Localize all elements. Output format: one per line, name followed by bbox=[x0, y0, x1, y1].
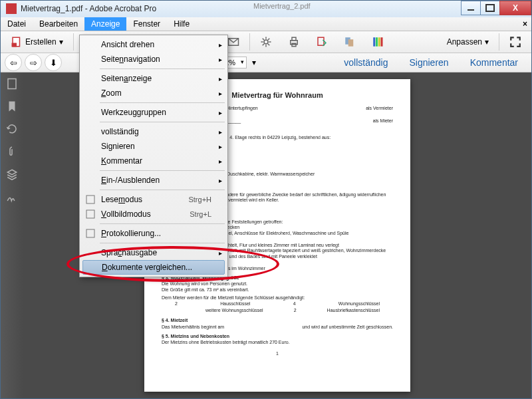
window-buttons: X bbox=[462, 1, 531, 15]
undo-icon[interactable] bbox=[6, 123, 18, 135]
toolbar-sep bbox=[249, 33, 250, 51]
color-bars-icon bbox=[372, 36, 384, 48]
menu-separator bbox=[100, 190, 225, 190]
attachments-icon[interactable] bbox=[6, 146, 18, 158]
titlebar[interactable]: Mietvertrag_1.pdf - Adobe Acrobat Pro Mi… bbox=[1, 1, 531, 17]
close-button[interactable]: X bbox=[499, 1, 531, 15]
toolbar-caret-icon[interactable]: ▾ bbox=[252, 58, 256, 67]
panel-signieren[interactable]: Signieren bbox=[400, 53, 458, 72]
log-icon bbox=[85, 228, 96, 239]
svg-rect-10 bbox=[373, 37, 375, 47]
fullscreen-button[interactable] bbox=[503, 33, 527, 51]
minimize-button[interactable] bbox=[461, 1, 481, 15]
menu-anzeige[interactable]: Anzeige bbox=[84, 17, 126, 31]
menu-hilfe[interactable]: Hilfe bbox=[167, 17, 196, 31]
menu-item[interactable]: Kommentar bbox=[81, 154, 226, 168]
svg-rect-7 bbox=[318, 37, 324, 45]
menu-separator bbox=[100, 102, 225, 103]
menu-item[interactable]: LesemodusStrg+H bbox=[81, 192, 226, 207]
nav-sidebar bbox=[1, 72, 23, 398]
panel-vollstaendig[interactable]: vollständig bbox=[334, 53, 397, 72]
gear-icon bbox=[260, 36, 272, 48]
svg-rect-12 bbox=[378, 37, 380, 47]
menu-item[interactable]: Sprachausgabe bbox=[81, 245, 226, 260]
svg-rect-15 bbox=[86, 196, 94, 203]
app-icon bbox=[6, 3, 17, 14]
nav-prev-button[interactable]: ⇦ bbox=[5, 54, 22, 71]
menubar: Datei Bearbeiten Anzeige Fenster Hilfe × bbox=[1, 17, 531, 31]
toolbar-sep bbox=[73, 33, 74, 51]
menu-separator bbox=[100, 68, 225, 69]
mail-icon bbox=[227, 36, 239, 48]
export-icon bbox=[316, 36, 328, 48]
menu-separator bbox=[100, 122, 225, 122]
toolbar-sep bbox=[499, 33, 499, 51]
print-button[interactable] bbox=[282, 33, 306, 51]
svg-rect-16 bbox=[86, 210, 94, 218]
menu-item[interactable]: Protokollierung... bbox=[81, 226, 226, 241]
menu-item[interactable]: Ansicht drehen bbox=[81, 37, 226, 52]
full-icon bbox=[85, 209, 96, 219]
layers-icon[interactable] bbox=[6, 168, 18, 180]
menu-datei[interactable]: Datei bbox=[1, 17, 33, 31]
menu-item[interactable]: Seitenanzeige bbox=[81, 71, 226, 86]
nav-next-button[interactable]: ⇨ bbox=[25, 54, 42, 71]
menu-item[interactable]: Ein-/Ausblenden bbox=[81, 173, 226, 188]
menu-bearbeiten[interactable]: Bearbeiten bbox=[33, 17, 84, 31]
bookmarks-icon[interactable] bbox=[6, 100, 18, 112]
dropdown-caret-icon: ▾ bbox=[485, 37, 489, 47]
thumbnails-icon[interactable] bbox=[6, 78, 18, 90]
menu-item[interactable]: Werkzeuggruppen bbox=[81, 105, 226, 120]
svg-rect-14 bbox=[8, 79, 16, 89]
svg-rect-9 bbox=[348, 39, 353, 47]
dropdown-caret-icon: ▾ bbox=[59, 37, 63, 47]
svg-rect-17 bbox=[86, 229, 94, 237]
svg-rect-13 bbox=[380, 37, 382, 47]
create-label: Erstellen bbox=[25, 37, 57, 47]
menu-item[interactable]: vollständig bbox=[81, 124, 226, 139]
menu-fenster[interactable]: Fenster bbox=[126, 17, 167, 31]
create-button[interactable]: Erstellen ▾ bbox=[5, 33, 69, 51]
menu-separator bbox=[100, 170, 225, 171]
menu-separator bbox=[100, 243, 225, 243]
signatures-icon[interactable] bbox=[6, 191, 18, 203]
menu-item[interactable]: VollbildmodusStrg+L bbox=[81, 207, 226, 221]
page-down-button[interactable]: ⬇ bbox=[45, 54, 62, 71]
page-number: 1 bbox=[162, 351, 393, 357]
print-icon bbox=[288, 36, 300, 48]
background-tab[interactable]: Mietvertrag_2.pdf bbox=[253, 2, 311, 10]
window-title: Mietvertrag_1.pdf - Adobe Acrobat Pro bbox=[21, 4, 156, 13]
gear-button[interactable] bbox=[254, 33, 278, 51]
create-pdf-icon bbox=[11, 36, 23, 48]
menu-shortcut: Strg+H bbox=[188, 196, 211, 203]
menu-item[interactable]: Zoom bbox=[81, 86, 226, 100]
combine-button[interactable] bbox=[338, 33, 362, 51]
svg-rect-1 bbox=[12, 43, 17, 47]
anzeige-menu: Ansicht drehenSeitennavigationSeitenanze… bbox=[79, 35, 228, 277]
svg-point-3 bbox=[264, 40, 268, 44]
svg-rect-5 bbox=[292, 37, 296, 41]
panel-kommentar[interactable]: Kommentar bbox=[461, 53, 527, 72]
menubar-close-doc[interactable]: × bbox=[523, 19, 527, 29]
menu-item[interactable]: Signieren bbox=[81, 139, 226, 154]
menu-item[interactable]: Dokumente vergleichen... bbox=[82, 260, 225, 275]
menu-shortcut: Strg+L bbox=[190, 210, 211, 218]
color-button[interactable] bbox=[366, 33, 390, 51]
combine-icon bbox=[344, 36, 356, 48]
fullscreen-icon bbox=[509, 36, 521, 48]
export-button[interactable] bbox=[310, 33, 334, 51]
customize-label: Anpassen bbox=[447, 37, 482, 47]
maximize-button[interactable] bbox=[480, 1, 500, 15]
read-icon bbox=[85, 194, 96, 205]
menu-item[interactable]: Seitennavigation bbox=[81, 52, 226, 66]
menu-separator bbox=[100, 223, 225, 224]
svg-rect-11 bbox=[376, 37, 378, 47]
customize-button[interactable]: Anpassen ▾ bbox=[441, 33, 495, 51]
